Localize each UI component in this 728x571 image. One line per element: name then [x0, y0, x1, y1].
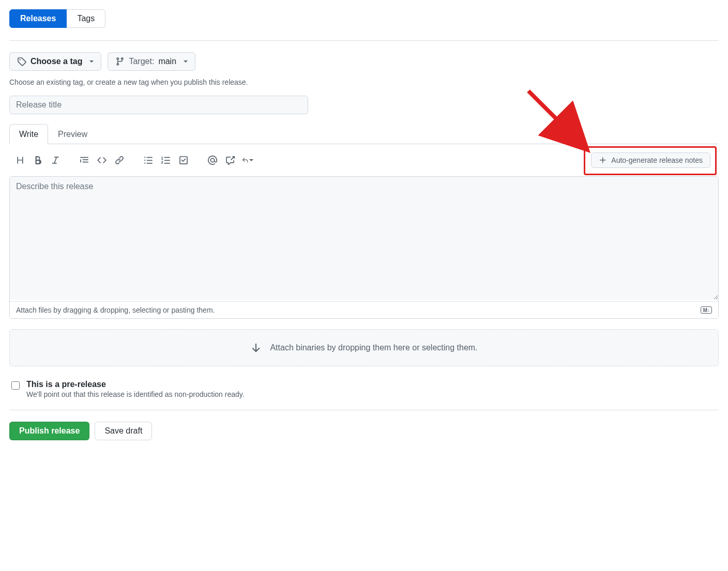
attach-files-hint[interactable]: Attach files by dragging & dropping, sel… — [10, 301, 718, 318]
mention-icon — [208, 156, 217, 165]
editor-tab-preview[interactable]: Preview — [48, 124, 97, 144]
attach-binaries-dropzone[interactable]: Attach binaries by dropping them here or… — [9, 329, 719, 366]
pre-release-desc: We'll point out that this release is ide… — [26, 390, 245, 398]
target-value: main — [158, 57, 176, 66]
italic-icon — [51, 156, 60, 165]
plus-icon — [599, 156, 607, 164]
divider — [9, 410, 719, 410]
target-branch-button[interactable]: Target: main — [108, 52, 195, 71]
tab-releases[interactable]: Releases — [9, 9, 67, 28]
target-label: Target: — [129, 57, 154, 66]
choose-tag-label: Choose a tag — [31, 57, 82, 66]
ul-button[interactable] — [143, 155, 154, 166]
cross-reference-icon — [225, 156, 235, 165]
editor-tabs: Write Preview — [9, 124, 719, 144]
heading-icon — [16, 156, 25, 165]
publish-release-button[interactable]: Publish release — [9, 422, 89, 440]
link-icon — [115, 156, 124, 165]
bold-icon — [33, 156, 42, 165]
tag-hint-text: Choose an existing tag, or create a new … — [9, 78, 719, 86]
description-wrap: Attach files by dragging & dropping, sel… — [9, 176, 719, 319]
caret-down-icon — [184, 60, 188, 63]
link-button[interactable] — [114, 155, 125, 166]
reference-button[interactable] — [224, 155, 236, 166]
heading-button[interactable] — [14, 155, 26, 166]
annotation-arrow — [521, 83, 593, 156]
arrow-down-icon — [250, 342, 262, 353]
list-ul-icon — [144, 156, 153, 165]
tasklist-icon — [179, 156, 188, 165]
code-button[interactable] — [96, 155, 108, 166]
tasklist-button[interactable] — [178, 155, 189, 166]
release-editor: Write Preview — [9, 124, 719, 319]
binaries-text: Attach binaries by dropping them here or… — [270, 343, 477, 352]
tag-icon — [17, 57, 26, 66]
bold-button[interactable] — [32, 155, 43, 166]
italic-button[interactable] — [50, 155, 61, 166]
pre-release-row: This is a pre-release We'll point out th… — [9, 380, 719, 398]
tag-target-row: Choose a tag Target: main — [9, 52, 719, 71]
list-ol-icon — [161, 156, 171, 165]
saved-reply-button[interactable] — [242, 155, 253, 166]
attach-hint-text: Attach files by dragging & dropping, sel… — [16, 306, 215, 314]
ol-button[interactable] — [160, 155, 172, 166]
quote-icon — [80, 156, 89, 165]
release-description-textarea[interactable] — [10, 177, 718, 300]
caret-down-icon — [89, 60, 94, 63]
code-icon — [97, 156, 107, 165]
tab-tags[interactable]: Tags — [67, 9, 105, 28]
release-title-input[interactable] — [9, 96, 308, 114]
reply-icon — [242, 156, 248, 165]
divider — [9, 40, 719, 41]
pre-release-checkbox[interactable] — [11, 381, 20, 390]
quote-button[interactable] — [79, 155, 90, 166]
mention-button[interactable] — [207, 155, 218, 166]
releases-tags-nav: Releases Tags — [9, 9, 105, 28]
auto-generate-label: Auto-generate release notes — [611, 156, 703, 164]
auto-generate-notes-button[interactable]: Auto-generate release notes — [591, 152, 710, 168]
markdown-icon[interactable]: M↓ — [701, 306, 712, 314]
choose-tag-button[interactable]: Choose a tag — [9, 52, 101, 71]
save-draft-button[interactable]: Save draft — [95, 422, 152, 440]
pre-release-label: This is a pre-release — [26, 380, 245, 389]
footer-actions: Publish release Save draft — [9, 422, 719, 440]
editor-tab-write[interactable]: Write — [9, 124, 48, 144]
caret-down-icon — [249, 159, 253, 161]
branch-icon — [115, 57, 125, 66]
editor-toolbar: Auto-generate release notes — [9, 144, 719, 176]
